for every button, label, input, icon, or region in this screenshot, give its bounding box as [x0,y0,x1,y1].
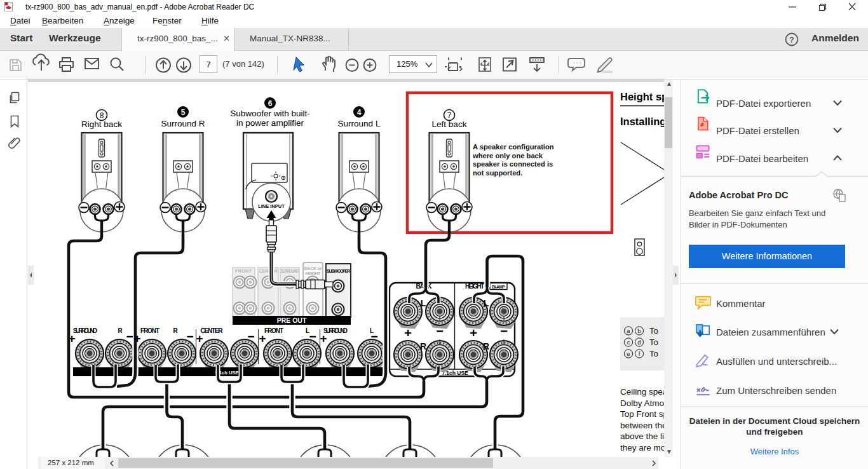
svg-text:To: To [649,337,658,347]
svg-text:−: − [370,330,377,343]
svg-text:they are mou: they are mou [620,443,664,452]
svg-text:?: ? [789,36,794,44]
svg-text:To: To [649,326,658,336]
svg-text:above the list: above the list [620,432,664,441]
svg-text:speaker is connected is: speaker is connected is [473,160,553,168]
svg-text:SUBWOOFER: SUBWOOFER [327,268,351,274]
svg-text:4: 4 [357,108,362,117]
svg-text:−: − [126,330,133,343]
svg-text:7: 7 [447,111,452,120]
svg-text:−: − [247,330,254,343]
svg-text:Subwoofer with built-: Subwoofer with built- [230,109,309,118]
svg-text:PRE OUT: PRE OUT [277,316,307,324]
svg-text:c: c [627,339,630,346]
svg-text:−: − [186,330,193,343]
svg-text:R: R [118,327,123,334]
svg-text:+: + [68,332,75,345]
svg-text:Height speak: Height speak [620,91,664,102]
svg-text:b: b [637,327,641,334]
svg-text:8: 8 [100,111,104,120]
svg-text:between the li: between the li [620,421,664,430]
svg-text:+: + [259,332,266,345]
svg-text:HEIGHT: HEIGHT [465,283,484,290]
svg-text:5: 5 [181,108,186,117]
svg-text:e: e [627,350,630,357]
svg-text:Surround R: Surround R [161,119,205,128]
svg-text:Left back: Left back [432,119,467,129]
svg-text:+: + [196,332,203,345]
svg-text:6: 6 [268,99,273,108]
svg-text:+: + [404,326,412,340]
svg-text:f: f [639,350,641,357]
svg-text:a: a [627,327,630,334]
svg-text:Surround L: Surround L [338,119,381,128]
svg-text:To: To [649,349,658,358]
svg-text:R: R [420,341,426,351]
svg-text:−: − [500,324,508,338]
svg-text:Top Front spe: Top Front spe [620,409,664,419]
svg-text:SURROUND: SURROUND [281,268,299,274]
svg-text:FRONT: FRONT [235,268,252,274]
svg-text:R: R [173,327,178,334]
svg-text:−: − [436,324,444,338]
svg-text:−: − [309,330,316,343]
svg-text:Bi-AMP: Bi-AMP [492,285,505,289]
svg-text:FRONT: FRONT [264,327,283,334]
svg-text:Right back: Right back [81,119,122,129]
svg-text:CENTER: CENTER [259,268,278,274]
svg-text:CENTER: CENTER [201,327,224,334]
svg-text:in power amplifier: in power amplifier [236,118,304,128]
svg-text:Ceiling speake: Ceiling speake [620,387,664,397]
svg-text:not supported.: not supported. [473,169,522,177]
svg-text:R: R [483,341,489,351]
svg-text:+: + [133,332,140,345]
svg-text:LINE INPUT: LINE INPUT [258,203,285,209]
svg-text:SURROUND: SURROUND [73,327,97,334]
svg-text:SURROUND: SURROUND [323,327,348,334]
svg-text:Installing th: Installing th [620,116,664,127]
svg-text:+: + [470,326,477,340]
svg-text:L: L [484,298,489,308]
svg-text:A speaker configuration: A speaker configuration [473,143,554,151]
svg-text:FRONT: FRONT [140,327,159,334]
svg-text:d: d [637,339,641,346]
svg-text:+: + [320,332,327,345]
svg-text:where only one back: where only one back [472,152,543,160]
svg-text:L: L [421,298,426,308]
svg-text:Dolby Atmos e: Dolby Atmos e [620,398,664,408]
